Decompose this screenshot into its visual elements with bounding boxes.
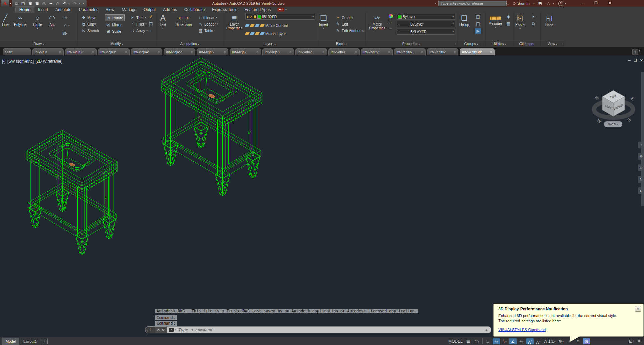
sign-in-caret-icon[interactable]: ▾ (532, 0, 536, 7)
hatch-caret-icon[interactable]: ▾ (66, 32, 67, 35)
file-tab-close-icon[interactable]: ✕ (125, 49, 127, 55)
polar-tracking-toggle[interactable]: ◔▾ (493, 338, 500, 344)
isodraft-toggle[interactable]: ∖▾ (501, 338, 508, 344)
tab-parametric[interactable]: Parametric (75, 7, 102, 13)
layer-walk-icon[interactable] (260, 32, 265, 35)
ellipse-caret-icon[interactable]: ▾ (68, 24, 70, 27)
ellipse-button[interactable]: ○▾ (62, 22, 70, 28)
file-tab-overflow-icon[interactable]: » (638, 50, 642, 52)
layer-on-icon[interactable]: ● (247, 15, 249, 19)
grid-toggle[interactable]: ▦ (465, 338, 472, 344)
panel-modify-footer[interactable]: Modify▾ (78, 41, 156, 47)
edit-attributes-button[interactable]: ✎Edit Attributes▾ (335, 27, 368, 34)
array-button[interactable]: ∷Array▾ (129, 27, 149, 34)
linetype-combo[interactable]: BYLAYER ▾ (397, 29, 455, 35)
file-tab-close-icon[interactable]: ✕ (256, 49, 259, 55)
new-button[interactable]: □ (13, 1, 19, 6)
object-snap-tracking-toggle[interactable]: ∠ (509, 338, 517, 344)
autocad-logo-button[interactable]: A (1, 0, 9, 7)
erase-button[interactable]: ✐ (148, 14, 154, 19)
ungroup-button[interactable]: ◫ (475, 14, 481, 19)
vanity-wireframe[interactable] (161, 58, 262, 195)
measure-button[interactable]: Measure ▾ (487, 14, 504, 29)
file-tab-int-vanity3d[interactable]: ✕Int-Vanity3d* (460, 48, 495, 55)
search-input[interactable]: Type a keyword or phrase (438, 1, 507, 6)
file-tab-close-icon[interactable]: ✕ (190, 49, 193, 55)
create-block-button[interactable]: ✧Create (335, 14, 368, 21)
object-color-caret-icon[interactable]: ▾ (452, 15, 454, 18)
panel-block-footer[interactable]: Block▾ (317, 41, 365, 47)
lineweight-combo[interactable]: ByLayer ▾ (397, 21, 455, 27)
file-tab-int-vanity[interactable]: ✕Int-Vanity* (361, 48, 393, 55)
linetype-icon[interactable]: ⋯ (389, 26, 393, 30)
group-selection-button[interactable]: ▶ (475, 28, 481, 34)
layer-unisolate-icon[interactable] (245, 32, 250, 35)
layer-off-icon[interactable] (250, 32, 255, 35)
layer-merge-icon[interactable] (255, 32, 260, 35)
panel-groups-footer[interactable]: Groups▾ (457, 41, 485, 47)
linear-caret-icon[interactable]: ▾ (216, 16, 217, 19)
nav-pan-icon[interactable]: ✥ (638, 153, 644, 160)
compass-south-label[interactable]: S (626, 117, 632, 123)
logo-caret-icon[interactable]: ▾ (10, 2, 11, 5)
command-scroll-up-icon[interactable]: ▲ (485, 328, 488, 331)
panel-draw-footer[interactable]: Draw▾ (0, 41, 77, 47)
redo-caret-icon[interactable]: ▾ (79, 2, 82, 5)
viewport-controls-menu[interactable]: [-] (2, 59, 6, 64)
edit-block-button[interactable]: ✎Edit (335, 21, 368, 27)
circle-button[interactable]: ○ Circle ▾ (33, 14, 42, 30)
move-button[interactable]: ✥Move (80, 14, 100, 21)
model-tab[interactable]: Model (2, 338, 19, 345)
file-tab-int-meja[interactable]: ✕Int-Meja (32, 48, 64, 55)
snap-toggle[interactable]: ∷▾ (473, 338, 481, 344)
rectangle-caret-icon[interactable]: ▾ (66, 17, 67, 19)
panel-properties-footer[interactable]: Properties▾⌟ (366, 41, 457, 47)
model-space-toggle[interactable]: MODEL (447, 338, 464, 344)
notification-close-button[interactable]: ✕ (635, 306, 641, 312)
drawing-restore-icon[interactable]: ❐ (634, 58, 637, 63)
object-snap-toggle[interactable]: ⌖▾ (518, 338, 525, 344)
layer-lock-icon[interactable] (254, 16, 256, 18)
command-input[interactable]: Type a command (179, 328, 212, 332)
file-tab-close-icon[interactable]: ✕ (322, 49, 325, 55)
tab-add-ins[interactable]: Add-ins (159, 7, 181, 13)
save-as-button[interactable]: ▣ (34, 1, 40, 6)
make-current-button[interactable]: Make Current (265, 22, 288, 29)
search-collapse-icon[interactable]: ▾ (435, 2, 436, 5)
file-tab-int-meja4[interactable]: ✕Int-Meja4* (131, 48, 162, 55)
layout1-tab[interactable]: Layout1 (20, 338, 40, 345)
command-close-icon[interactable]: ✕ (157, 328, 160, 332)
ortho-toggle[interactable]: ∟ (484, 338, 492, 344)
annotation-scale-toggle[interactable]: ⋀ 1:1▾ (543, 338, 556, 344)
drawing-close-icon[interactable]: ✕ (640, 58, 643, 63)
view-expander-icon[interactable]: ⌟ (562, 41, 563, 46)
wcs-menu[interactable]: WCS ▾ (604, 121, 622, 127)
panel-view-footer[interactable]: View▾⌟ (541, 41, 564, 47)
paste-caret-icon[interactable]: ▾ (519, 27, 521, 30)
sink-drain[interactable] (209, 94, 215, 98)
new-drawing-tab-button[interactable]: + (632, 49, 638, 55)
lineweight-icon[interactable]: ☰ (389, 20, 393, 24)
cut-button[interactable]: ✂ (530, 14, 536, 19)
compass-east-label[interactable]: E (630, 96, 635, 101)
file-tab-int-vanity2[interactable]: ✕Int-Vanity2 (427, 48, 458, 55)
file-tab-int-sofa3[interactable]: ✕Int-Sofa3 (328, 48, 360, 55)
layer-combo[interactable]: ● ☀ 08100FR ▾ (245, 14, 315, 20)
save-button[interactable]: ▣ (27, 1, 33, 6)
layer-lock-toggle-icon[interactable] (255, 24, 260, 27)
arc-caret-icon[interactable]: ▾ (51, 27, 53, 30)
text-button[interactable]: A Text ▾ (160, 14, 166, 30)
panel-clipboard-footer[interactable]: Clipboard (513, 41, 540, 47)
command-line[interactable]: ⁞ ✕ ⚙ > ▾ Type a command ▲ (145, 326, 491, 333)
file-tab-close-icon[interactable]: ✕ (289, 49, 292, 55)
visualstyles-command-link[interactable]: VISUALSTYLES Command (498, 328, 546, 332)
file-tab-close-icon[interactable]: ✕ (223, 49, 226, 55)
command-grip-handle[interactable]: ⁞ (145, 327, 155, 333)
file-tab-start[interactable]: Start (3, 48, 31, 55)
file-tab-close-icon[interactable]: ✕ (388, 49, 390, 55)
file-tab-int-sofa2[interactable]: ✕Int-Sofa2 (295, 48, 327, 55)
file-tab-int-meja2[interactable]: ✕Int-Meja2* (65, 48, 97, 55)
vanity-wireframe[interactable] (27, 130, 118, 255)
base-button[interactable]: ◱ Base (545, 14, 553, 27)
viewport-view-menu[interactable]: [SW Isometric] (7, 59, 34, 64)
